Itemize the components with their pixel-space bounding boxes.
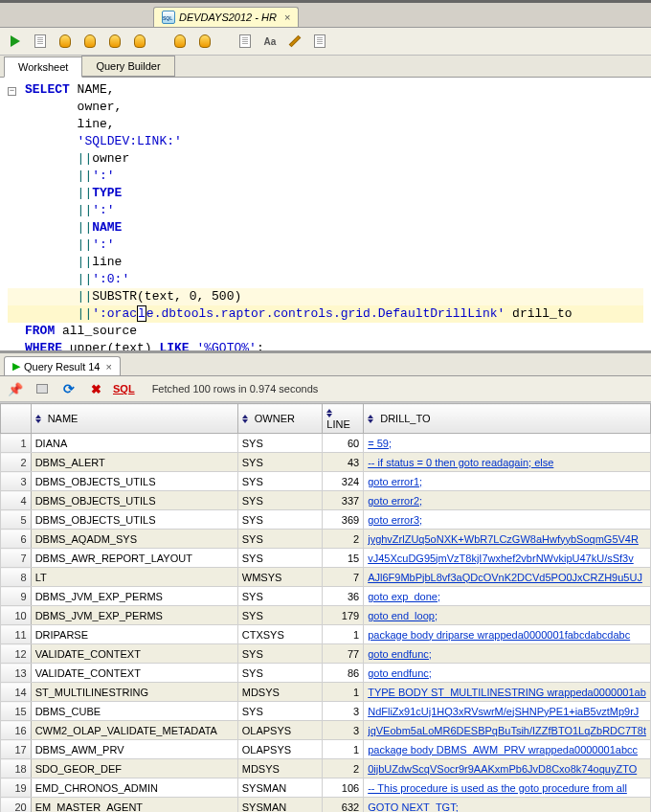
cell-drill[interactable]: goto end_loop; bbox=[364, 606, 651, 625]
table-row[interactable]: 10DBMS_JVM_EXP_PERMSSYS179 goto end_loop… bbox=[1, 606, 651, 625]
row-number: 11 bbox=[1, 625, 32, 644]
cell-owner: MDSYS bbox=[237, 759, 323, 778]
tab-worksheet[interactable]: Worksheet bbox=[4, 56, 82, 78]
cell-drill[interactable]: -- if status = 0 then goto readagain; el… bbox=[364, 453, 651, 472]
cell-drill[interactable]: TYPE BODY ST_MULTILINESTRING wrappeda000… bbox=[364, 683, 651, 702]
close-icon[interactable]: × bbox=[284, 11, 290, 23]
cell-name: DIANA bbox=[31, 434, 237, 453]
column-header-name[interactable]: NAME bbox=[31, 404, 237, 434]
cell-line: 2 bbox=[323, 530, 364, 549]
cell-drill[interactable]: GOTO NEXT_TGT; bbox=[364, 798, 651, 812]
cancel-button[interactable]: ✖ bbox=[86, 379, 105, 398]
table-row[interactable]: 5DBMS_OBJECTS_UTILSSYS369 goto error3; bbox=[1, 510, 651, 530]
cell-owner: SYS bbox=[237, 491, 323, 510]
column-header-drill[interactable]: DRILL_TO bbox=[364, 404, 651, 434]
table-row[interactable]: 9DBMS_JVM_EXP_PERMSSYS36 goto exp_done; bbox=[1, 587, 651, 606]
cell-name: DBMS_AWR_REPORT_LAYOUT bbox=[31, 549, 237, 568]
run-script-button[interactable] bbox=[31, 32, 50, 51]
cell-line: 1 bbox=[323, 625, 364, 644]
cell-drill[interactable]: 0ijbUZdwScqVSocr9r9AAKxmPb6JvD8Cxo8k74oq… bbox=[364, 759, 651, 778]
row-number: 5 bbox=[1, 510, 32, 530]
cell-drill[interactable]: goto error2; bbox=[364, 491, 651, 510]
cell-drill[interactable]: jqVEobm5aLoMR6DESBPqBuTsih/IZZfBTO1LqZbR… bbox=[364, 721, 651, 740]
unshared-worksheet-button[interactable] bbox=[236, 32, 255, 51]
table-row[interactable]: 15DBMS_CUBESYS3NdFliZx91cUj1HQ3xRVswrM/e… bbox=[1, 702, 651, 721]
cell-name: DBMS_OBJECTS_UTILS bbox=[31, 491, 237, 510]
cell-drill[interactable]: goto error1; bbox=[364, 472, 651, 491]
table-row[interactable]: 12VALIDATE_CONTEXTSYS77 goto endfunc; bbox=[1, 644, 651, 664]
sql-history-button[interactable] bbox=[310, 32, 329, 51]
table-row[interactable]: 4DBMS_OBJECTS_UTILSSYS337 goto error2; bbox=[1, 491, 651, 510]
table-row[interactable]: 3DBMS_OBJECTS_UTILSSYS324 goto error1; bbox=[1, 472, 651, 491]
print-button[interactable] bbox=[33, 379, 52, 398]
table-row[interactable]: 6DBMS_AQADM_SYSSYS2jyghvZrlZUq5oNXK+WbR7… bbox=[1, 530, 651, 549]
table-row[interactable]: 20EM_MASTER_AGENTSYSMAN632 GOTO NEXT_TGT… bbox=[1, 798, 651, 812]
explain-plan-button[interactable] bbox=[56, 32, 75, 51]
table-row[interactable]: 11DRIPARSECTXSYS1package body driparse w… bbox=[1, 625, 651, 644]
db-button-2[interactable] bbox=[195, 32, 214, 51]
cell-name: EMD_CHRONOS_ADMIN bbox=[31, 778, 237, 798]
run-button[interactable] bbox=[6, 32, 25, 51]
sql-link[interactable]: SQL bbox=[113, 383, 135, 395]
table-row[interactable]: 19EMD_CHRONOS_ADMINSYSMAN106-- This proc… bbox=[1, 778, 651, 798]
cell-drill[interactable]: -- This procedure is used as the goto pr… bbox=[364, 778, 651, 798]
result-tab-label: Query Result 14 bbox=[24, 361, 100, 372]
row-number: 12 bbox=[1, 644, 32, 664]
pin-button[interactable]: 📌 bbox=[6, 379, 25, 398]
cell-drill[interactable]: = 59; bbox=[364, 434, 651, 453]
db-button-1[interactable] bbox=[170, 32, 190, 51]
row-number: 8 bbox=[1, 568, 32, 587]
row-number: 2 bbox=[1, 453, 32, 472]
column-header-line[interactable]: LINE bbox=[323, 404, 364, 434]
cell-drill[interactable]: jyghvZrlZUq5oNXK+WbR7LCzGW8aHwfyybSoqmG5… bbox=[364, 530, 651, 549]
file-tab[interactable]: DEVDAYS2012 - HR × bbox=[153, 7, 299, 27]
case-toggle-button[interactable]: Aa bbox=[260, 32, 280, 51]
table-row[interactable]: 1DIANASYS60= 59; bbox=[1, 434, 651, 453]
autotrace-button[interactable] bbox=[80, 32, 100, 51]
cell-drill[interactable]: goto exp_done; bbox=[364, 587, 651, 606]
table-row[interactable]: 14ST_MULTILINESTRINGMDSYS1TYPE BODY ST_M… bbox=[1, 683, 651, 702]
clear-button[interactable] bbox=[285, 32, 304, 51]
row-number: 15 bbox=[1, 702, 32, 721]
cell-owner: WMSYS bbox=[237, 568, 323, 587]
cell-name: EM_MASTER_AGENT bbox=[31, 798, 237, 812]
cell-drill[interactable]: package body DBMS_AWM_PRV wrappeda000000… bbox=[364, 740, 651, 759]
sql-editor[interactable]: −SELECT NAME, owner, line, 'SQLDEV:LINK:… bbox=[0, 78, 651, 353]
table-row[interactable]: 13VALIDATE_CONTEXTSYS86 goto endfunc; bbox=[1, 664, 651, 683]
refresh-button[interactable]: ⟳ bbox=[59, 379, 79, 398]
close-icon[interactable]: × bbox=[105, 361, 111, 372]
table-row[interactable]: 2DBMS_ALERTSYS43-- if status = 0 then go… bbox=[1, 453, 651, 472]
cell-owner: SYS bbox=[237, 434, 323, 453]
cell-line: 60 bbox=[323, 434, 364, 453]
table-row[interactable]: 17DBMS_AWM_PRVOLAPSYS1package body DBMS_… bbox=[1, 740, 651, 759]
table-row[interactable]: 18SDO_GEOR_DEFMDSYS20ijbUZdwScqVSocr9r9A… bbox=[1, 759, 651, 778]
table-row[interactable]: 8LTWMSYS7AJl6F9MbPjbL8vf3aQDcOVnK2DCVd5P… bbox=[1, 568, 651, 587]
play-icon: ▶ bbox=[12, 360, 20, 372]
table-row[interactable]: 16CWM2_OLAP_VALIDATE_METADATAOLAPSYS3jqV… bbox=[1, 721, 651, 740]
result-grid[interactable]: NAME OWNER LINE DRILL_TO 1DIANASYS60= 59… bbox=[0, 403, 651, 812]
cell-name: DBMS_OBJECTS_UTILS bbox=[31, 510, 237, 530]
table-row[interactable]: 7DBMS_AWR_REPORT_LAYOUTSYS15vJ45XcuDG95j… bbox=[1, 549, 651, 568]
row-number: 18 bbox=[1, 759, 32, 778]
row-number: 7 bbox=[1, 549, 32, 568]
tab-query-builder[interactable]: Query Builder bbox=[81, 56, 174, 77]
row-number: 13 bbox=[1, 664, 32, 683]
cell-name: DBMS_JVM_EXP_PERMS bbox=[31, 587, 237, 606]
cell-drill[interactable]: goto error3; bbox=[364, 510, 651, 530]
row-number: 10 bbox=[1, 606, 32, 625]
file-tab-title: DEVDAYS2012 - HR bbox=[179, 11, 277, 23]
commit-button[interactable] bbox=[130, 32, 149, 51]
cell-drill[interactable]: goto endfunc; bbox=[364, 644, 651, 664]
cell-drill[interactable]: vJ45XcuDG95jmVzT8kjI7wxhef2vbrNWvkipU47k… bbox=[364, 549, 651, 568]
cell-line: 43 bbox=[323, 453, 364, 472]
cell-drill[interactable]: AJl6F9MbPjbL8vf3aQDcOVnK2DCVd5PO0JxCRZH9… bbox=[364, 568, 651, 587]
column-header-owner[interactable]: OWNER bbox=[237, 404, 323, 434]
cell-owner: OLAPSYS bbox=[237, 740, 323, 759]
cell-owner: MDSYS bbox=[237, 683, 323, 702]
cell-drill[interactable]: NdFliZx91cUj1HQ3xRVswrM/ejSHNPyPE1+iaB5v… bbox=[364, 702, 651, 721]
cell-line: 2 bbox=[323, 759, 364, 778]
cell-drill[interactable]: package body driparse wrappeda0000001fab… bbox=[364, 625, 651, 644]
cell-drill[interactable]: goto endfunc; bbox=[364, 664, 651, 683]
result-tab[interactable]: ▶ Query Result 14 × bbox=[4, 356, 121, 375]
sql-tuning-button[interactable] bbox=[105, 32, 124, 51]
